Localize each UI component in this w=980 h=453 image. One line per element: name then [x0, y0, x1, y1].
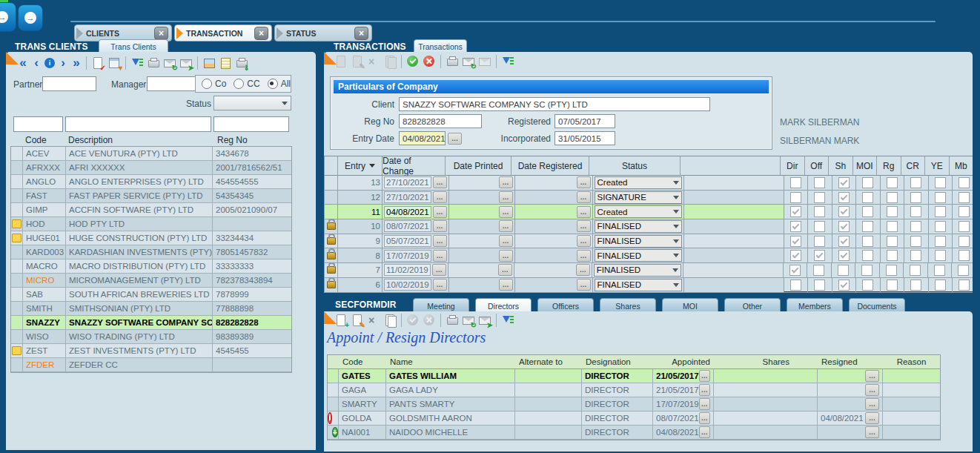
check-cell[interactable]	[855, 278, 880, 292]
check-column-header[interactable]: YE	[924, 156, 949, 175]
cancel-button[interactable]	[423, 314, 436, 327]
check-cell[interactable]	[904, 205, 928, 219]
checkbox[interactable]	[958, 265, 969, 276]
checkbox[interactable]	[887, 236, 898, 247]
checkbox[interactable]	[838, 221, 850, 232]
check-cell[interactable]	[880, 219, 904, 234]
check-cell[interactable]	[952, 234, 976, 248]
checkbox[interactable]	[790, 250, 801, 261]
date-of-change-cell[interactable]: 05/07/2021	[382, 234, 448, 248]
record-info-button[interactable]	[44, 58, 55, 68]
regno-value[interactable]: 828282828	[399, 114, 482, 128]
status-select[interactable]: Created	[595, 176, 682, 189]
client-row[interactable]: ZEST ZEST INVESTMENTS (PTY) LTD 4545455	[11, 344, 291, 358]
check-cell[interactable]	[807, 205, 832, 219]
checkbox[interactable]	[838, 265, 849, 276]
date-picker-button[interactable]	[865, 370, 879, 382]
check-cell[interactable]	[904, 219, 928, 234]
date-picker-button[interactable]	[499, 220, 513, 232]
date-of-change-cell[interactable]: 27/10/2021	[382, 191, 448, 205]
check-cell[interactable]	[855, 234, 880, 248]
date-registered-column-header[interactable]: Date Registered	[511, 156, 589, 175]
resigned-cell[interactable]: 04/08/2021	[818, 411, 883, 425]
transaction-row[interactable]: 10 08/07/2021 FINALISED	[324, 219, 973, 234]
check-column-header[interactable]: CR	[901, 156, 925, 175]
check-cell[interactable]	[879, 263, 904, 277]
check-column-header[interactable]: MOI	[852, 156, 877, 175]
secform-tab[interactable]: Documents	[849, 298, 905, 313]
date-registered-cell[interactable]	[514, 191, 592, 205]
check-cell[interactable]	[904, 176, 928, 190]
date-picker-button[interactable]	[865, 384, 879, 396]
export-button[interactable]: ⇓	[235, 56, 248, 70]
secform-tab[interactable]: Officers	[537, 298, 594, 313]
checkbox[interactable]	[838, 236, 850, 247]
date-of-change-cell[interactable]: 04/08/2021	[382, 205, 448, 219]
sort-button[interactable]	[501, 314, 514, 327]
checkbox[interactable]	[862, 192, 873, 203]
client-row[interactable]: WISO WISO TRADING (PTY) LTD 98389389	[11, 330, 291, 344]
checkbox[interactable]	[814, 206, 825, 217]
client-row[interactable]: AFRXXX AFRI XXXXXX 2001/7816562/51	[11, 161, 291, 175]
checkbox[interactable]	[959, 250, 970, 261]
confirm-button[interactable]	[406, 314, 420, 327]
check-cell[interactable]	[807, 191, 832, 205]
date-registered-cell[interactable]	[514, 248, 592, 262]
status-select[interactable]: FINALISED	[595, 220, 682, 233]
date-picker-button[interactable]	[433, 176, 447, 188]
sort-button[interactable]	[501, 55, 514, 68]
checkbox[interactable]	[959, 206, 970, 217]
mail-sync-button[interactable]: ↻	[462, 314, 475, 327]
checkbox[interactable]	[887, 250, 898, 261]
date-of-change-cell[interactable]: 08/07/2021	[382, 219, 448, 234]
checkbox[interactable]	[959, 192, 970, 203]
date-printed-cell[interactable]	[448, 248, 514, 262]
checkbox[interactable]	[838, 177, 850, 188]
registered-value[interactable]: 07/05/2017	[554, 114, 615, 128]
mail-sync-button[interactable]: ↻	[163, 56, 176, 70]
cancel-button[interactable]	[423, 55, 436, 68]
check-cell[interactable]	[880, 234, 904, 248]
date-picker-button[interactable]	[865, 426, 879, 438]
mail-send-button[interactable]	[478, 55, 491, 68]
check-cell[interactable]	[904, 278, 928, 292]
checkbox[interactable]	[814, 250, 825, 261]
check-cell[interactable]	[784, 219, 808, 234]
window-tab[interactable]: STATUS	[274, 24, 372, 42]
date-picker-button[interactable]	[499, 250, 513, 262]
notes-button[interactable]	[219, 56, 232, 70]
check-cell[interactable]	[952, 205, 976, 219]
checkbox[interactable]	[790, 221, 801, 232]
check-cell[interactable]	[928, 219, 953, 234]
date-picker-button[interactable]	[576, 264, 590, 276]
checkbox[interactable]	[838, 192, 850, 203]
transaction-row[interactable]: 7 11/02/2019 FINALISED	[324, 263, 973, 278]
date-printed-cell[interactable]	[448, 176, 514, 190]
previous-record-button[interactable]	[31, 57, 42, 69]
transaction-row[interactable]: 6 10/02/2019 FINALISED	[324, 278, 973, 293]
image-button[interactable]	[202, 56, 216, 70]
transaction-row[interactable]: 13 27/10/2021 Created	[324, 176, 973, 191]
check-cell[interactable]	[880, 191, 904, 205]
entry-column-header[interactable]: Entry	[337, 156, 382, 175]
secform-tab[interactable]: Other	[724, 298, 781, 313]
check-cell[interactable]	[952, 248, 976, 262]
checkbox[interactable]	[935, 206, 946, 217]
date-registered-cell[interactable]	[514, 278, 592, 292]
entry-date-picker-button[interactable]	[448, 133, 462, 145]
date-picker-button[interactable]	[577, 220, 591, 232]
checkbox[interactable]	[935, 280, 946, 291]
checkbox[interactable]	[959, 221, 970, 232]
import-client-button[interactable]: ✓	[91, 56, 105, 70]
check-cell[interactable]	[832, 234, 856, 248]
checkbox[interactable]	[887, 221, 898, 232]
partner-input[interactable]	[42, 76, 96, 91]
checkbox[interactable]	[814, 280, 825, 291]
checkbox[interactable]	[886, 265, 897, 276]
description-filter-input[interactable]	[65, 116, 211, 132]
date-registered-cell[interactable]	[514, 205, 592, 219]
first-record-button[interactable]	[18, 57, 28, 69]
last-record-button[interactable]	[71, 57, 82, 69]
checkbox[interactable]	[910, 221, 921, 232]
checkbox[interactable]	[790, 236, 801, 247]
